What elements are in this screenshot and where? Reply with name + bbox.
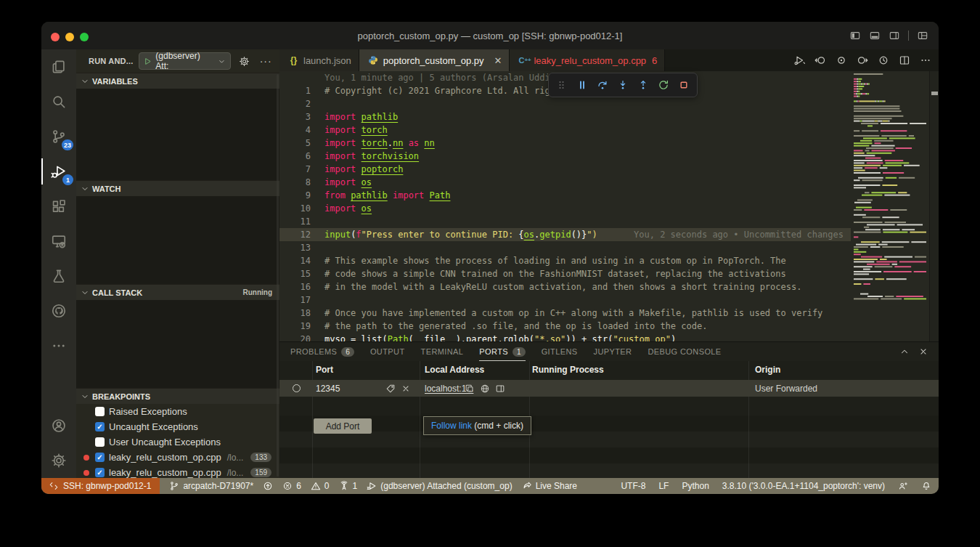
step-over-icon[interactable] (594, 76, 611, 94)
add-port-button[interactable]: Add Port (314, 418, 372, 434)
stop-icon[interactable] (675, 76, 693, 94)
status-1[interactable]: 1 (339, 481, 358, 491)
breakpoint-path: /lo... (227, 453, 244, 463)
open-changes-icon[interactable] (836, 54, 847, 66)
run-or-debug-icon[interactable] (793, 54, 805, 66)
pause-icon[interactable] (573, 76, 591, 94)
activity-item-run-and-debug[interactable]: 1 (41, 154, 76, 189)
bottom-panel: PROBLEMS6OUTPUTTERMINALPORTS1GITLENSJUPY… (279, 341, 939, 479)
tab-launch.json[interactable]: {}launch.json (279, 49, 359, 71)
minimize-window-button[interactable] (65, 33, 74, 41)
zoom-window-button[interactable] (80, 33, 89, 41)
line-number: 17 (279, 293, 311, 307)
status-utf-8[interactable]: UTF-8 (621, 481, 645, 491)
panel-tab-debug-console[interactable]: DEBUG CONSOLE (648, 342, 721, 361)
panel-tab-terminal[interactable]: TERMINAL (421, 342, 464, 361)
status-arcpatch-d71907[interactable]: arcpatch-D71907* (169, 481, 253, 491)
preview-icon[interactable] (495, 384, 505, 394)
status-python[interactable]: Python (682, 481, 709, 491)
checkbox[interactable]: ✓ (95, 422, 105, 431)
titlebar-layout-controls (849, 22, 928, 49)
overview-ruler[interactable] (929, 71, 939, 341)
status-cloud-upload[interactable] (263, 481, 273, 491)
status-lf[interactable]: LF (658, 481, 669, 491)
tab-poptorch_custom_op.py[interactable]: poptorch_custom_op.py✕ (359, 49, 510, 71)
panel-tab-problems[interactable]: PROBLEMS6 (290, 342, 354, 361)
breakpoint-row[interactable]: Raised Exceptions (76, 404, 279, 419)
status-bell[interactable] (921, 481, 931, 491)
restart-icon[interactable] (655, 76, 672, 94)
activity-item-source-control[interactable]: 23 (41, 119, 76, 154)
section-header-variables[interactable]: VARIABLES (76, 73, 279, 89)
activity-item-explorer[interactable] (41, 49, 76, 84)
code-area[interactable]: You, 1 minute ago | 5 authors (Arsalan U… (279, 71, 851, 341)
activity-item-extensions[interactable] (41, 189, 76, 224)
close-tab-icon[interactable]: ✕ (494, 55, 502, 66)
breakpoint-row[interactable]: ✓leaky_relu_custom_op.cpp/lo...133 (76, 450, 279, 465)
step-out-icon[interactable] (634, 76, 652, 94)
step-into-icon[interactable] (614, 76, 632, 94)
panel-tab-ports[interactable]: PORTS1 (479, 342, 525, 361)
layout-panel-icon[interactable] (869, 31, 881, 41)
launch-config-dropdown[interactable]: (gdbserver) Att: (139, 52, 230, 70)
status-3.8.10[interactable]: 3.8.10 ('3.0.0-EA.1+1104_poptorch': venv… (722, 481, 885, 491)
letterbox: poptorch_custom_op.py — custom_op [SSH: … (0, 0, 980, 547)
checkbox[interactable] (95, 407, 105, 416)
status-gdbserver[interactable]: (gdbserver) Attached (custom_op) (367, 481, 512, 491)
minimap[interactable] (851, 71, 929, 341)
status-6[interactable]: 6 (282, 481, 301, 491)
layout-sidebar-right-icon[interactable] (889, 31, 900, 41)
configure-gear-icon[interactable] (237, 56, 253, 67)
close-panel-icon[interactable] (918, 347, 928, 357)
port-number: 12345 (316, 384, 340, 394)
more-actions-icon[interactable] (920, 54, 931, 66)
breakpoint-row[interactable]: ✓Uncaught Exceptions (76, 419, 279, 434)
breakpoint-row[interactable]: User Uncaught Exceptions (76, 434, 279, 450)
tag-icon[interactable] (385, 384, 396, 394)
checkbox[interactable]: ✓ (95, 468, 105, 477)
panel-tab-gitlens[interactable]: GITLENS (542, 342, 578, 361)
copy-icon[interactable] (465, 384, 475, 394)
stop-forwarding-icon[interactable] (401, 384, 411, 394)
layout-customize-icon[interactable] (917, 31, 928, 41)
activity-item-search[interactable] (41, 84, 76, 119)
panel-tab-output[interactable]: OUTPUT (370, 342, 405, 361)
close-window-button[interactable] (51, 33, 60, 41)
next-change-icon[interactable] (857, 54, 868, 66)
activity-item-settings[interactable] (41, 443, 76, 478)
layout-sidebar-left-icon[interactable] (849, 31, 861, 41)
section-header-breakpoints[interactable]: BREAKPOINTS (76, 388, 279, 404)
drag-grip-icon[interactable] (553, 76, 571, 94)
forwarded-port-row[interactable]: 12345 localhost:1... User Forwarded (279, 380, 939, 397)
remote-indicator[interactable]: SSH: gbnwp-pod012-1 (41, 478, 160, 494)
activity-item-additional-views[interactable] (41, 328, 76, 363)
checkbox[interactable] (95, 437, 105, 447)
line-number: 14 (279, 254, 311, 267)
section-header-call-stack[interactable]: CALL STACKRunning (76, 284, 279, 300)
maximize-panel-icon[interactable] (899, 347, 910, 357)
sidebar-scrollbar[interactable] (277, 74, 279, 477)
activity-item-testing[interactable] (41, 259, 76, 293)
panel-tab-jupyter[interactable]: JUPYTER (594, 342, 632, 361)
tooltip-link-text[interactable]: Follow link (431, 421, 472, 431)
history-icon[interactable] (878, 54, 889, 66)
line-number: 8 (279, 176, 311, 189)
follow-link-tooltip: Follow link (cmd + click) (423, 416, 531, 435)
previous-change-icon[interactable] (814, 54, 826, 66)
tab-leaky_relu_custom_op.cpp[interactable]: C++leaky_relu_custom_op.cpp6 (510, 49, 665, 71)
status-0[interactable]: 0 (311, 481, 330, 491)
line-number: 7 (279, 163, 311, 176)
activity-item-remote-explorer[interactable] (41, 224, 76, 259)
section-header-watch[interactable]: WATCH (76, 180, 279, 196)
views-more-actions-icon[interactable]: ··· (258, 55, 274, 67)
activity-item-github[interactable] (41, 293, 76, 328)
activity-item-accounts[interactable] (41, 408, 76, 443)
status-feedback[interactable] (898, 481, 908, 491)
checkbox[interactable]: ✓ (95, 453, 105, 462)
table-row (279, 431, 939, 447)
table-row (279, 463, 939, 479)
status-live[interactable]: Live Share (522, 481, 577, 491)
globe-icon[interactable] (480, 384, 490, 394)
tab-label: launch.json (303, 55, 351, 66)
split-editor-icon[interactable] (899, 54, 910, 66)
